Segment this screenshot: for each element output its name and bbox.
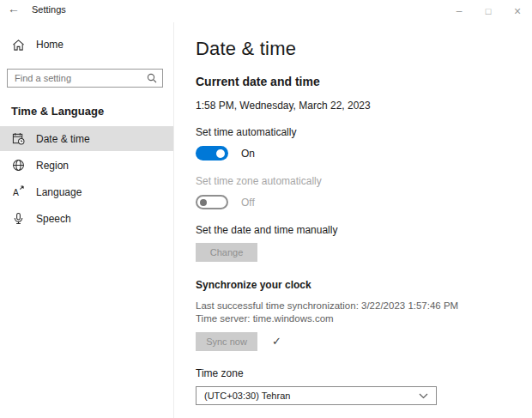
sidebar-item-label: Region — [36, 160, 69, 172]
timezone-select[interactable]: (UTC+03:30) Tehran — [196, 386, 437, 405]
time-server-text: Time server: time.windows.com — [196, 312, 532, 325]
main-content: Date & time Current date and time 1:58 P… — [175, 22, 532, 418]
manual-datetime-group: Set the date and time manually Change — [196, 224, 532, 262]
sidebar-section-title: Time & Language — [11, 105, 173, 118]
last-sync-text: Last successful time synchronization: 3/… — [196, 300, 532, 312]
sidebar-item-home[interactable]: Home — [0, 32, 173, 58]
back-icon[interactable]: ← — [8, 2, 20, 15]
change-button: Change — [196, 243, 257, 262]
set-timezone-auto-label: Set time zone automatically — [196, 175, 532, 187]
svg-text:A: A — [12, 188, 18, 197]
sync-clock-group: Synchronize your clock Last successful t… — [196, 279, 532, 351]
sidebar-item-date-time[interactable]: Date & time — [0, 126, 173, 151]
search-icon[interactable] — [142, 73, 162, 83]
language-icon: A — [11, 185, 25, 199]
sidebar-item-label: Date & time — [36, 133, 90, 145]
manual-datetime-label: Set the date and time manually — [196, 224, 532, 236]
set-time-auto-toggle[interactable] — [196, 146, 228, 161]
set-timezone-auto-group: Set time zone automatically Off — [196, 175, 532, 209]
home-icon — [11, 38, 25, 51]
sync-success-check-icon: ✓ — [272, 335, 281, 348]
set-time-auto-label: Set time automatically — [196, 126, 532, 138]
sidebar-item-region[interactable]: Region — [0, 153, 173, 178]
maximize-button[interactable]: □ — [474, 0, 503, 22]
close-button[interactable]: × — [503, 0, 532, 22]
window-title: Settings — [32, 4, 66, 15]
sidebar-home-label: Home — [36, 39, 63, 51]
window-controls: – □ × — [444, 0, 532, 22]
page-title: Date & time — [196, 38, 532, 60]
search-box — [7, 69, 163, 88]
chevron-down-icon — [419, 393, 428, 399]
timezone-label: Time zone — [196, 367, 532, 379]
titlebar: ← Settings – □ × — [0, 0, 532, 22]
set-timezone-auto-toggle — [196, 195, 228, 209]
current-datetime-value: 1:58 PM, Wednesday, March 22, 2023 — [196, 100, 532, 112]
current-datetime-heading: Current date and time — [196, 75, 532, 88]
sidebar-item-label: Language — [36, 186, 82, 198]
timezone-value: (UTC+03:30) Tehran — [204, 391, 290, 401]
set-timezone-auto-state: Off — [241, 197, 255, 209]
timezone-group: Time zone (UTC+03:30) Tehran — [196, 367, 532, 405]
calendar-clock-icon — [11, 132, 25, 146]
microphone-icon — [11, 212, 25, 226]
sidebar-nav: Date & time Region A Language — [0, 126, 173, 231]
sidebar-item-speech[interactable]: Speech — [0, 206, 173, 231]
sync-now-button: Sync now — [196, 332, 257, 351]
minimize-button[interactable]: – — [444, 0, 474, 22]
sidebar: Home Time & Language Date & time — [0, 22, 174, 418]
search-input[interactable] — [8, 73, 142, 83]
sidebar-item-label: Speech — [36, 213, 71, 225]
set-time-auto-state: On — [241, 148, 255, 160]
sidebar-item-language[interactable]: A Language — [0, 179, 173, 204]
settings-window: ← Settings – □ × Home Time & Lang — [0, 0, 532, 418]
set-time-auto-group: Set time automatically On — [196, 126, 532, 161]
sync-clock-heading: Synchronize your clock — [196, 279, 532, 291]
globe-icon — [11, 159, 25, 173]
